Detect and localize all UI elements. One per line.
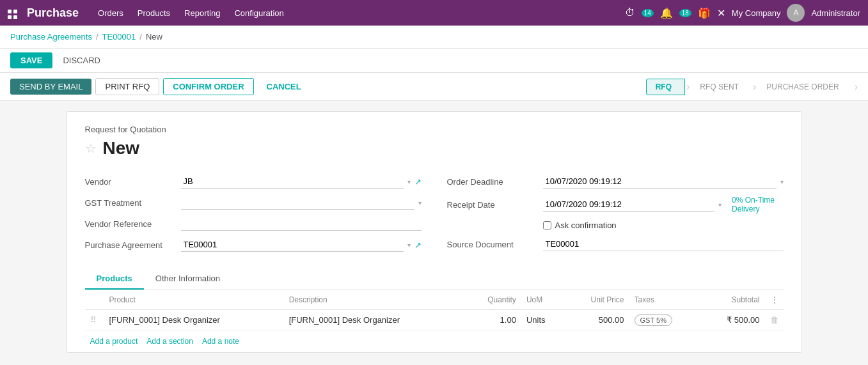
breadcrumb-te00001[interactable]: TE00001 [102, 32, 136, 42]
order-deadline-label: Order Deadline [447, 177, 543, 187]
on-time-delivery-badge: 0% On-Time Delivery [732, 196, 783, 214]
menu-configuration[interactable]: Configuration [234, 8, 283, 18]
source-document-input[interactable] [543, 237, 784, 251]
purchase-agreement-input[interactable] [181, 238, 404, 252]
row-drag-handle[interactable]: ⠿ [85, 310, 104, 330]
table-more-icon[interactable]: ⋮ [771, 295, 778, 304]
messages-badge: 18 [679, 9, 691, 17]
app-brand[interactable]: Purchase [27, 6, 79, 20]
col-quantity-header: Quantity [464, 290, 521, 310]
row-quantity[interactable]: 1.00 [464, 310, 521, 330]
status-rfq-sent[interactable]: RFQ SENT [691, 79, 752, 95]
source-document-label: Source Document [447, 240, 543, 249]
form-fields: Vendor ▾ ↗ GST Treatment ▾ Vendor Refere… [85, 171, 784, 256]
status-purchase-order[interactable]: PURCHASE ORDER [757, 79, 851, 95]
activity-icon[interactable]: ⏱ [625, 7, 635, 19]
drag-handle-icon[interactable]: ⠿ [90, 315, 97, 325]
row-actions: 🗑 [765, 310, 784, 330]
tab-bar: Products Other Information [85, 268, 784, 290]
tax-badge[interactable]: GST 5% [635, 315, 672, 326]
vendor-reference-row: Vendor Reference [85, 214, 422, 235]
col-taxes-header: Taxes [629, 290, 701, 310]
breadcrumb-sep2: / [139, 32, 142, 42]
activity-badge: 14 [642, 9, 654, 17]
tab-products[interactable]: Products [85, 268, 144, 290]
purchase-agreement-row: Purchase Agreement ▾ ↗ [85, 235, 422, 256]
menu-reporting[interactable]: Reporting [184, 8, 220, 18]
add-note-link[interactable]: Add a note [202, 337, 239, 346]
avatar[interactable]: A [787, 4, 805, 22]
record-name: New [103, 138, 140, 159]
cancel-button[interactable]: CANCEL [258, 79, 310, 95]
receipt-date-dropdown-icon[interactable]: ▾ [718, 201, 722, 208]
user-name[interactable]: Administrator [811, 8, 860, 18]
vendor-reference-label: Vendor Reference [85, 219, 181, 229]
form-card: Request for Quotation ☆ New Vendor ▾ ↗ G… [67, 111, 802, 353]
row-subtotal: ₹ 500.00 [700, 310, 764, 330]
row-unit-price[interactable]: 500.00 [565, 310, 629, 330]
col-product-header: Product [104, 290, 284, 310]
add-section-link[interactable]: Add a section [146, 337, 193, 346]
tab-other-information[interactable]: Other Information [144, 268, 232, 290]
action-bar: SAVE DISCARD [0, 49, 868, 73]
col-uom-header: UoM [521, 290, 565, 310]
save-button[interactable]: SAVE [10, 52, 52, 68]
col-actions-header: ⋮ [765, 290, 784, 310]
top-navigation: Purchase Orders Products Reporting Confi… [0, 0, 868, 26]
close-icon[interactable]: ✕ [717, 7, 725, 19]
pipeline-end-arrow: › [855, 81, 858, 93]
print-rfq-button[interactable]: PRINT RFQ [95, 78, 159, 95]
gift-icon[interactable]: 🎁 [698, 7, 711, 19]
breadcrumb: Purchase Agreements / TE00001 / New [0, 26, 868, 49]
toolbar: SEND BY EMAIL PRINT RFQ CONFIRM ORDER CA… [0, 73, 868, 101]
breadcrumb-sep1: / [96, 32, 99, 42]
ask-confirmation-label: Ask confirmation [555, 221, 617, 230]
purchase-agreement-external-link-icon[interactable]: ↗ [414, 240, 422, 250]
receipt-date-input[interactable] [543, 198, 715, 212]
col-unit-price-header: Unit Price [565, 290, 629, 310]
gst-treatment-row: GST Treatment ▾ [85, 192, 422, 214]
menu-orders[interactable]: Orders [98, 8, 123, 18]
apps-icon[interactable] [8, 6, 18, 20]
delete-row-icon[interactable]: 🗑 [770, 315, 778, 325]
form-section-title: Request for Quotation [85, 125, 784, 134]
vendor-external-link-icon[interactable]: ↗ [414, 177, 422, 187]
order-deadline-dropdown-icon[interactable]: ▾ [780, 178, 784, 185]
vendor-dropdown-icon[interactable]: ▾ [407, 178, 411, 185]
row-product[interactable]: [FURN_0001] Desk Organizer [104, 310, 284, 330]
col-subtotal-header: Subtotal [700, 290, 764, 310]
row-uom[interactable]: Units [521, 310, 565, 330]
menu-products[interactable]: Products [138, 8, 170, 18]
vendor-row: Vendor ▾ ↗ [85, 171, 422, 192]
products-table: Product Description Quantity UoM Unit Pr… [85, 290, 784, 330]
add-product-link[interactable]: Add a product [90, 337, 138, 346]
gst-treatment-label: GST Treatment [85, 198, 181, 208]
discard-button[interactable]: DISCARD [58, 52, 106, 68]
col-description-header: Description [284, 290, 464, 310]
ask-confirmation-row: Ask confirmation [447, 217, 784, 234]
messages-icon[interactable]: 🔔 [660, 7, 673, 19]
vendor-input[interactable] [181, 175, 404, 189]
top-menu: Orders Products Reporting Configuration [98, 8, 625, 18]
receipt-date-row: Receipt Date ▾ 0% On-Time Delivery [447, 192, 784, 217]
table-header-row: Product Description Quantity UoM Unit Pr… [85, 290, 784, 310]
row-taxes: GST 5% [629, 310, 701, 330]
breadcrumb-purchase-agreements[interactable]: Purchase Agreements [10, 32, 92, 42]
gst-treatment-dropdown-icon[interactable]: ▾ [418, 199, 422, 206]
confirm-order-button[interactable]: CONFIRM ORDER [163, 78, 253, 95]
status-rfq[interactable]: RFQ [646, 79, 685, 95]
row-description[interactable]: [FURN_0001] Desk Organizer [284, 310, 464, 330]
send-by-email-button[interactable]: SEND BY EMAIL [10, 79, 91, 95]
ask-confirmation-checkbox[interactable] [543, 221, 551, 229]
col-drag-header [85, 290, 104, 310]
order-deadline-input[interactable] [543, 175, 777, 189]
vendor-label: Vendor [85, 177, 181, 187]
purchase-agreement-dropdown-icon[interactable]: ▾ [407, 242, 411, 249]
vendor-reference-input[interactable] [181, 217, 422, 231]
top-right-actions: ⏱ 14 🔔 18 🎁 ✕ My Company A Administrator [625, 4, 860, 22]
purchase-agreement-label: Purchase Agreement [85, 240, 181, 250]
favorite-star-icon[interactable]: ☆ [85, 141, 97, 156]
company-name[interactable]: My Company [732, 8, 781, 18]
table-row: ⠿ [FURN_0001] Desk Organizer [FURN_0001]… [85, 310, 784, 330]
gst-treatment-input[interactable] [181, 196, 414, 210]
